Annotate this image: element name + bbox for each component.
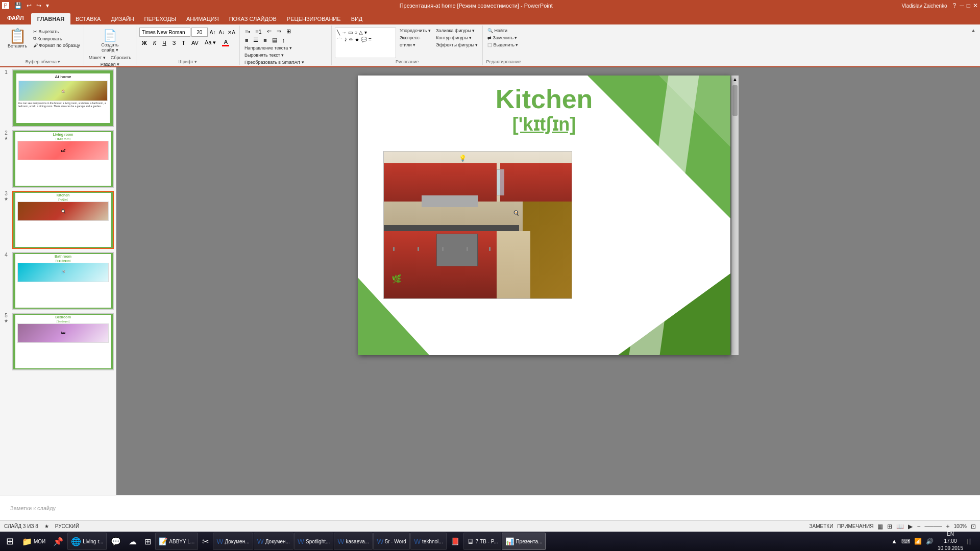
font-color-button[interactable]: A xyxy=(219,38,232,47)
text-direction-btn[interactable]: Направление текста ▾ xyxy=(243,45,293,51)
arrange-button[interactable]: Упорядочить ▾ xyxy=(398,28,432,34)
reset-button[interactable]: Сбросить xyxy=(109,55,133,61)
tab-slideshow[interactable]: ПОКАЗ СЛАЙДОВ xyxy=(224,13,282,24)
taskbar-item-7tb[interactable]: 🖥 7.TB - P... xyxy=(463,533,502,550)
scroll-up-btn[interactable]: ▲ xyxy=(731,76,739,83)
equation-tool[interactable]: = xyxy=(368,36,372,44)
numbering-button[interactable]: ≡1 xyxy=(253,28,264,35)
shape-outline-button[interactable]: Контур фигуры ▾ xyxy=(434,35,480,41)
show-hidden-icons-btn[interactable]: ▲ xyxy=(891,538,897,545)
taskbar-item-skype[interactable]: ☁ xyxy=(125,533,140,550)
system-time[interactable]: EN 17:00 10.09.2015 xyxy=(938,531,963,551)
reading-view-btn[interactable]: 📖 xyxy=(896,523,904,530)
taskbar-item-viber[interactable]: 💬 xyxy=(107,533,125,550)
taskbar-item-abbyy[interactable]: 📝 ABBYY L... xyxy=(155,533,198,550)
connector-tool[interactable]: ⤸ xyxy=(343,36,348,44)
maximize-btn[interactable]: □ xyxy=(967,2,970,9)
slide-sorter-btn[interactable]: ⊞ xyxy=(887,523,892,530)
star-tool[interactable]: ★ xyxy=(354,36,360,44)
increase-font-btn[interactable]: A↑ xyxy=(209,29,217,36)
slide-thumbnail-2[interactable]: 2 ★ Living room ['lɪvɪŋ rʌm] 🛋 xyxy=(2,130,114,188)
tab-animation[interactable]: АНИМАЦИЯ xyxy=(181,13,224,24)
line-tool[interactable]: ╲ xyxy=(336,29,340,36)
zoom-in-btn[interactable]: + xyxy=(946,523,949,530)
quick-styles-button[interactable]: Экспресс- xyxy=(398,35,432,41)
triangle-tool[interactable]: △ xyxy=(358,29,363,36)
save-btn[interactable]: 💾 xyxy=(13,2,23,9)
taskbar-item-spotlight[interactable]: W Spotlight... xyxy=(294,533,333,550)
slide-canvas[interactable]: Kitchen ['kɪtʃɪn] xyxy=(358,76,730,355)
shape-effects-button[interactable]: Эффекты фигуры ▾ xyxy=(434,42,480,48)
taskbar-item-tekhnol[interactable]: W tekhnol... xyxy=(410,533,447,550)
bullets-button[interactable]: ≡• xyxy=(243,28,252,35)
zoom-out-btn[interactable]: − xyxy=(917,523,920,530)
slide-title-kitchen[interactable]: Kitchen ['kɪtʃɪn] xyxy=(358,85,730,135)
minimize-btn[interactable]: ─ xyxy=(960,2,964,9)
line-spacing-btn[interactable]: ↕ xyxy=(280,37,287,44)
scroll-thumb[interactable] xyxy=(732,85,738,116)
tab-transitions[interactable]: ПЕРЕХОДЫ xyxy=(139,13,181,24)
comments-btn[interactable]: ПРИМЕЧАНИЯ xyxy=(837,523,873,529)
arrow-tool[interactable]: → xyxy=(341,29,347,36)
zoom-slider[interactable]: ──── xyxy=(924,523,942,530)
font-name-input[interactable]: Times New Roman xyxy=(139,28,190,37)
shape-fill-button[interactable]: Заливка фигуры ▾ xyxy=(434,28,480,34)
tab-file[interactable]: ФАЙЛ xyxy=(0,11,31,24)
italic-button[interactable]: К xyxy=(151,39,159,47)
curve-tool[interactable]: ⌒ xyxy=(336,36,342,44)
normal-view-btn[interactable]: ▦ xyxy=(877,523,883,530)
select-button[interactable]: ⬚ Выделить ▾ xyxy=(486,42,521,48)
slide-thumb-2[interactable]: Living room ['lɪvɪŋ rʌm] 🛋 xyxy=(12,130,114,188)
taskbar-item-apps[interactable]: ⊞ xyxy=(141,533,155,550)
taskbar-item-kasaeva[interactable]: W kasaeva... xyxy=(334,533,373,550)
tab-view[interactable]: ВИД xyxy=(346,13,368,24)
slide-scrollbar-v[interactable]: ▲ xyxy=(731,76,739,355)
shapes-more-btn[interactable]: ▾ xyxy=(364,29,368,36)
tab-design[interactable]: ДИЗАЙН xyxy=(106,13,139,24)
rect-tool[interactable]: ▭ xyxy=(348,29,353,36)
taskbar-item-presentation[interactable]: 📊 Презента... xyxy=(502,533,546,550)
network-icon[interactable]: 📶 xyxy=(914,538,922,545)
notes-area[interactable]: Заметки к слайду xyxy=(0,495,980,520)
cut-button[interactable]: ✂ Вырезать xyxy=(32,29,82,35)
spacing-button[interactable]: AV xyxy=(189,39,201,47)
paste-button[interactable]: 📋 Вставить xyxy=(4,28,31,50)
fit-btn[interactable]: ⊡ xyxy=(971,523,976,530)
copy-button[interactable]: ⧉ Копировать xyxy=(32,35,82,42)
align-text-btn[interactable]: Выровнять текст ▾ xyxy=(243,52,286,58)
taskbar-item-browser[interactable]: 🌐 Living r... xyxy=(67,533,107,550)
align-center-btn[interactable]: ☰ xyxy=(251,36,260,44)
smartart-btn[interactable]: Преобразовать в SmartArt ▾ xyxy=(243,59,306,65)
start-button[interactable]: ⊞ xyxy=(2,533,18,550)
collapse-ribbon-btn[interactable]: ▲ xyxy=(969,26,978,65)
slide-thumb-4[interactable]: Bathroom ['bɑːðrʊːm] 🚿 xyxy=(12,252,114,310)
zoom-level[interactable]: 100% xyxy=(953,523,967,529)
shadow-button[interactable]: Т xyxy=(179,39,188,47)
show-desktop-btn[interactable]: ▏ xyxy=(967,539,974,544)
tab-home[interactable]: ГЛАВНАЯ xyxy=(31,13,70,24)
increase-indent-btn[interactable]: ⇒ xyxy=(275,28,283,35)
bold-button[interactable]: Ж xyxy=(139,39,150,47)
slide-thumb-1[interactable]: At home 🏠 You can see many rooms in the … xyxy=(12,69,114,127)
slide-thumbnail-3[interactable]: 3 ★ Kitchen ['kɪtʃɪn] 🍳 xyxy=(2,191,114,248)
clear-format-btn[interactable]: ✕A xyxy=(227,29,236,36)
layout-button[interactable]: Макет ▾ xyxy=(87,55,107,61)
find-button[interactable]: 🔍 Найти xyxy=(486,28,521,34)
slide-thumbnail-1[interactable]: 1 At home 🏠 You can see many rooms in th… xyxy=(2,69,114,127)
slide-thumbnail-4[interactable]: 4 Bathroom ['bɑːðrʊːm] 🚿 xyxy=(2,252,114,310)
customize-qa-btn[interactable]: ▾ xyxy=(44,2,51,9)
replace-button[interactable]: ⇄ Заменить ▾ xyxy=(486,35,521,41)
tab-review[interactable]: РЕЦЕНЗИРОВАНИЕ xyxy=(282,13,346,24)
decrease-indent-btn[interactable]: ⇐ xyxy=(265,28,274,35)
slideshow-btn[interactable]: ▶ xyxy=(908,523,913,530)
strikethrough-button[interactable]: З xyxy=(170,39,179,47)
format-painter-button[interactable]: 🖌 Формат по образцу xyxy=(32,42,82,48)
notes-btn[interactable]: ЗАМЕТКИ xyxy=(810,523,834,529)
volume-icon[interactable]: 🔊 xyxy=(926,538,934,545)
taskbar-item-word1[interactable]: W Докумен... xyxy=(213,533,253,550)
taskbar-item-pin[interactable]: 📌 xyxy=(50,533,67,550)
columns-button[interactable]: ⊞ xyxy=(284,28,293,35)
font-size-input[interactable]: 20 xyxy=(191,28,208,37)
taskbar-item-word2[interactable]: W Докумен... xyxy=(254,533,293,550)
oval-tool[interactable]: ○ xyxy=(354,29,358,36)
